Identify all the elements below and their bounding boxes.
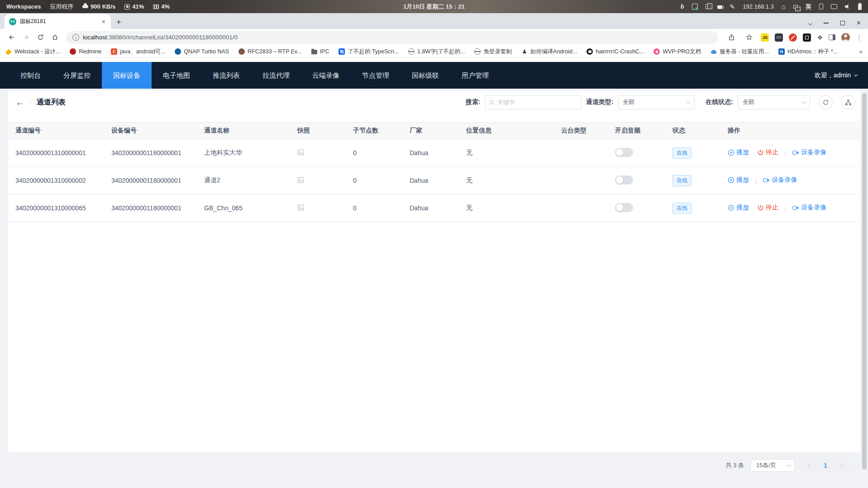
profile-avatar[interactable] — [841, 33, 850, 42]
home-tray-icon[interactable]: ⌂ — [782, 3, 786, 10]
nav-item-node-manage[interactable]: 节点管理 — [351, 62, 401, 89]
play-button[interactable]: 播放 — [728, 176, 749, 184]
back-button[interactable]: ← — [15, 98, 24, 107]
windows-tray-icon[interactable] — [793, 5, 798, 9]
new-tab-button[interactable]: + — [116, 18, 121, 27]
adblock-extension-icon[interactable] — [789, 33, 797, 42]
black-extension-icon[interactable] — [803, 33, 811, 42]
home-icon[interactable] — [49, 32, 61, 43]
action-divider: | — [785, 205, 787, 213]
stop-button[interactable]: 停止 — [757, 204, 778, 212]
screenshot-tray-icon[interactable] — [692, 4, 698, 9]
dark-extension-icon[interactable] — [775, 33, 783, 42]
tab-search-chevron-icon[interactable] — [808, 21, 812, 25]
browser-menu-icon[interactable]: ⋮ — [856, 33, 863, 42]
bookmarks-overflow-chevron[interactable]: » — [859, 48, 863, 55]
volume-icon[interactable] — [845, 4, 850, 9]
display-tray-icon[interactable] — [831, 4, 837, 9]
js-extension-icon[interactable]: JS — [761, 33, 769, 42]
bookmark-star-icon[interactable] — [743, 32, 755, 43]
url-bar[interactable]: i localhost:38080/#/channelList/34020000… — [66, 31, 718, 44]
col-sub-count: 子节点数 — [346, 123, 402, 139]
qnap-favicon — [175, 48, 181, 55]
page-size-select[interactable]: 15条/页 — [750, 459, 795, 472]
bookmark-folder-ipc[interactable]: IPC — [311, 48, 329, 55]
nav-item-user-manage[interactable]: 用户管理 — [450, 62, 500, 89]
color-picker-tray-icon[interactable]: ✎ — [730, 3, 735, 10]
snapshot-thumbnail-icon[interactable] — [297, 149, 304, 156]
device-record-button[interactable]: 设备录像 — [792, 204, 826, 212]
channel-type-select[interactable]: 全部 — [618, 95, 695, 109]
forward-icon[interactable] — [20, 32, 32, 43]
snapshot-thumbnail-icon[interactable] — [297, 177, 304, 183]
bookmark-qnap[interactable]: QNAP Turbo NAS — [175, 48, 229, 55]
nav-item-pull-proxy[interactable]: 拉流代理 — [251, 62, 301, 89]
nav-item-push-list[interactable]: 推流列表 — [201, 62, 251, 89]
reload-icon[interactable] — [34, 32, 46, 43]
snapshot-thumbnail-icon[interactable] — [297, 204, 304, 211]
online-status-select[interactable]: 全部 — [738, 95, 810, 109]
device-record-button[interactable]: 设备录像 — [763, 176, 797, 184]
scrollbar-thumb[interactable] — [862, 93, 867, 469]
refresh-button[interactable] — [818, 95, 833, 109]
phone-tray-icon[interactable] — [819, 4, 823, 9]
bookmark-hdatmos[interactable]: NHDAtmos :: 种子 *... — [778, 48, 838, 56]
bookmark-18w[interactable]: 1.8W字|了不起的... — [408, 48, 465, 56]
nav-item-split-monitor[interactable]: 分屏监控 — [52, 62, 102, 89]
search-box[interactable] — [485, 95, 582, 109]
audio-toggle[interactable] — [615, 175, 633, 185]
tab-close-icon[interactable]: × — [101, 18, 106, 25]
clipboard-tray-icon[interactable] — [706, 4, 710, 9]
back-icon[interactable] — [5, 32, 17, 43]
webstack-favicon — [5, 48, 12, 55]
bookmark-copy[interactable]: 免登录复制 — [474, 48, 512, 56]
nav-item-cloud-record[interactable]: 云端录像 — [301, 62, 351, 89]
device-record-button[interactable]: 设备录像 — [792, 148, 826, 156]
workspaces-button[interactable]: Workspaces — [6, 3, 41, 10]
stop-button[interactable]: 停止 — [757, 148, 778, 156]
bookmark-typescript[interactable]: 知了不起的 TypeScri... — [339, 48, 399, 56]
window-minimize-button[interactable] — [824, 23, 829, 24]
clock[interactable]: 1月10日 星期二 15：21 — [403, 3, 465, 11]
bookmark-android[interactable]: ♟如何编译Android... — [521, 48, 577, 56]
prev-page-button[interactable]: ‹ — [801, 462, 817, 469]
side-panel-icon[interactable] — [829, 34, 835, 40]
bookmark-server[interactable]: 服务器 - 轻量应用... — [711, 48, 769, 56]
url-text: localhost:38080/#/channelList/3402000000… — [83, 34, 238, 41]
caffeine-tray-icon[interactable] — [717, 5, 722, 9]
play-button[interactable]: 播放 — [728, 204, 749, 212]
next-page-button[interactable]: › — [834, 462, 850, 469]
nav-item-map[interactable]: 电子地图 — [152, 62, 201, 89]
table-row: 34020000001310000002 3402000000118000000… — [8, 167, 860, 194]
browser-tab[interactable]: 国标28181 × — [5, 14, 111, 29]
bing-tray-icon[interactable]: b — [681, 3, 684, 10]
bookmark-java[interactable]: Cjava、android可... — [111, 48, 165, 56]
audio-toggle[interactable] — [615, 203, 633, 212]
applications-menu[interactable]: 应用程序 — [50, 3, 73, 11]
nav-item-gb-cascade[interactable]: 国标级联 — [401, 62, 450, 89]
play-button[interactable]: 播放 — [728, 148, 749, 156]
current-page[interactable]: 1 — [817, 462, 834, 469]
nav-item-console[interactable]: 控制台 — [9, 62, 52, 89]
col-location: 位置信息 — [459, 123, 554, 139]
search-input[interactable] — [497, 99, 577, 106]
bookmark-github[interactable]: hairrrrr/C-CrashC... — [587, 48, 644, 55]
chevron-down-icon — [854, 73, 858, 76]
input-method-indicator[interactable]: 英 — [806, 3, 811, 11]
table-header-row: 通道编号 设备编号 通道名称 快照 子节点数 厂家 位置信息 云台类型 开启音频… — [8, 123, 860, 139]
site-info-icon[interactable]: i — [72, 34, 79, 41]
bookmark-rfc2833[interactable]: RFC2833 – RTP Ev... — [238, 48, 302, 55]
extensions-puzzle-icon[interactable]: ❖ — [817, 34, 823, 41]
tree-view-button[interactable] — [841, 95, 855, 109]
share-icon[interactable] — [725, 32, 737, 43]
bookmark-redmine[interactable]: Redmine — [70, 48, 101, 55]
window-maximize-button[interactable] — [840, 21, 845, 25]
app-nav-bar: 控制台 分屏监控 国标设备 电子地图 推流列表 拉流代理 云端录像 节点管理 国… — [0, 62, 868, 89]
bookmark-wvp[interactable]: WVP-PRO文档 — [653, 48, 701, 56]
pager: ‹ 1 › — [801, 459, 850, 472]
nav-item-gb-devices[interactable]: 国标设备 — [102, 62, 152, 89]
window-close-button[interactable]: × — [857, 21, 861, 25]
audio-toggle[interactable] — [615, 148, 633, 157]
bookmark-webstack[interactable]: Webstack - 设计... — [5, 48, 60, 56]
user-welcome-menu[interactable]: 欢迎，admin — [815, 71, 868, 80]
